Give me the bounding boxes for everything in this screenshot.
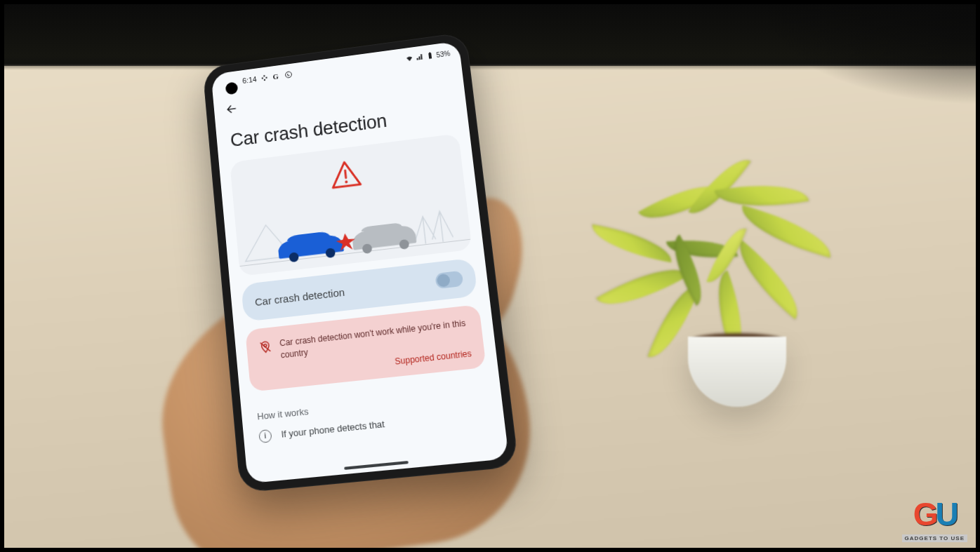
whatsapp-icon [284, 70, 293, 79]
nearby-icon [260, 74, 270, 83]
warning-triangle-icon [329, 159, 364, 194]
switch-thumb [437, 274, 451, 288]
toggle-label: Car crash detection [254, 285, 345, 307]
svg-rect-1 [428, 53, 432, 59]
phone: 6:14 G 53% [202, 32, 519, 492]
background-dark-right [755, 0, 980, 105]
location-off-icon [258, 340, 272, 357]
toggle-switch[interactable] [435, 271, 463, 289]
back-button[interactable] [225, 102, 239, 116]
watermark: G U GADGETS TO USE [902, 495, 967, 542]
phone-screen: 6:14 G 53% [211, 41, 509, 483]
how-it-works-text: If your phone detects that [281, 419, 385, 440]
battery-icon [425, 51, 435, 60]
wifi-icon [405, 54, 414, 63]
watermark-logo: G U [913, 495, 956, 533]
info-icon: i [258, 429, 272, 443]
svg-point-0 [286, 72, 292, 79]
battery-percent: 53% [436, 49, 451, 58]
signal-icon [415, 53, 424, 62]
watermark-tagline: GADGETS TO USE [902, 534, 967, 542]
svg-point-4 [345, 180, 347, 183]
watermark-g: G [913, 495, 936, 533]
gesture-nav-handle[interactable] [344, 461, 409, 470]
status-time: 6:14 [242, 75, 257, 85]
watermark-u: U [936, 495, 956, 533]
google-icon: G [272, 72, 282, 81]
svg-line-3 [345, 170, 346, 178]
